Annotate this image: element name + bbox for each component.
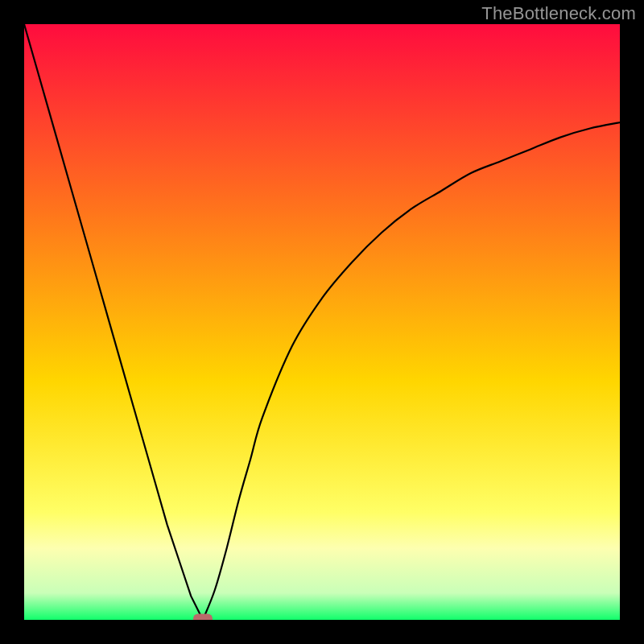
watermark-label: TheBottleneck.com xyxy=(481,3,636,24)
gradient-background xyxy=(24,24,620,620)
plot-area xyxy=(24,24,620,620)
chart-frame: TheBottleneck.com xyxy=(0,0,644,644)
minimum-marker-icon xyxy=(193,614,213,621)
chart-svg xyxy=(24,24,620,620)
